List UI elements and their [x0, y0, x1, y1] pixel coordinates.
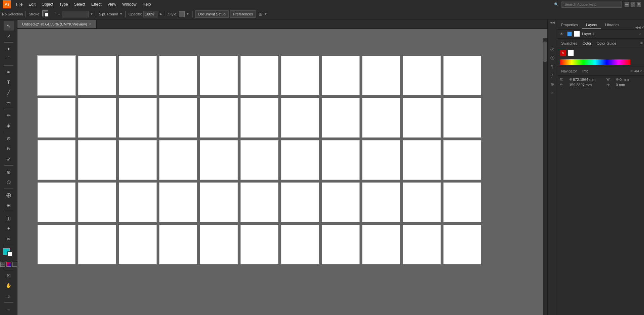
fill-stroke-indicator[interactable] [42, 10, 52, 18]
arrange-icon[interactable]: ⊞ [259, 11, 263, 17]
artboard-cell[interactable] [281, 225, 319, 264]
artboard-cell[interactable] [403, 182, 441, 222]
artboard-tool-button[interactable]: ⊡ [4, 270, 14, 280]
artboard-cell[interactable] [38, 98, 75, 138]
artboard-cell[interactable] [200, 140, 238, 180]
char-style-icon[interactable]: Ⓐ [549, 54, 556, 62]
opacity-input[interactable] [143, 11, 158, 17]
artboard-cell[interactable] [38, 182, 75, 222]
circle-icon[interactable]: ○ [549, 89, 556, 97]
blob-brush-tool-button[interactable]: ◈ [4, 121, 14, 130]
eraser-tool-button[interactable]: ⊘ [4, 134, 14, 143]
type-tool-button[interactable]: T [4, 77, 14, 87]
rect-tool-button[interactable]: ▭ [4, 98, 14, 107]
artboard-cell[interactable] [159, 225, 197, 264]
artboard-cell[interactable] [362, 140, 400, 180]
artboard-cell[interactable] [119, 182, 157, 222]
color-mode-pattern[interactable] [12, 262, 17, 267]
artboard-cell[interactable] [322, 182, 360, 222]
menu-help[interactable]: Help [140, 1, 154, 8]
artboard-cell[interactable] [200, 56, 238, 95]
menu-type[interactable]: Type [57, 1, 71, 8]
error-swatch[interactable]: ✕ [560, 50, 566, 56]
style-expand-icon[interactable]: ▼ [186, 12, 190, 16]
artboard-cell[interactable] [159, 140, 197, 180]
perspective-grid-tool-button[interactable]: ⊞ [4, 200, 14, 210]
artboard-cell[interactable] [200, 225, 238, 264]
artboard-cell[interactable] [240, 182, 278, 222]
panel-collapse-button[interactable]: ◀◀ [635, 25, 641, 29]
artboard-cell[interactable] [119, 56, 157, 95]
symbol-icon[interactable]: ⊕ [549, 81, 556, 88]
artboard-cell[interactable] [119, 225, 157, 264]
tab-color[interactable]: Color [580, 40, 594, 47]
color-mode-none[interactable]: ⊘ [0, 262, 5, 267]
document-tab[interactable]: Untitled-2* @ 64.55 % (CMYK/Preview) ✕ [17, 20, 97, 28]
artboard-cell[interactable] [322, 56, 360, 95]
tab-navigator[interactable]: Navigator [558, 68, 580, 74]
artboard-cell[interactable] [362, 225, 400, 264]
info-close-button[interactable]: ✕ [640, 69, 643, 73]
artboard-cell[interactable] [443, 182, 481, 222]
artboard-cell[interactable] [159, 98, 197, 138]
arrange-expand-icon[interactable]: ▼ [264, 12, 267, 16]
artboard-cell[interactable] [200, 182, 238, 222]
style-indicator[interactable] [179, 11, 185, 17]
stroke-color-box[interactable] [7, 251, 13, 257]
artboard-cell[interactable] [322, 98, 360, 138]
artboard-cell[interactable] [240, 56, 278, 95]
swatches-menu-icon[interactable]: ≡ [640, 41, 643, 46]
opacity-expand-icon[interactable]: ▶ [160, 12, 162, 16]
artboard-cell[interactable] [78, 225, 116, 264]
vertical-scrollbar[interactable] [543, 38, 547, 315]
type-align-icon[interactable]: Ⓐ [549, 46, 556, 53]
tab-info[interactable]: Info [580, 68, 591, 74]
direct-selection-tool-button[interactable]: ↗ [4, 31, 14, 41]
layer-row-1[interactable]: 👁 Layer 1 ○ [557, 30, 644, 38]
lasso-tool-button[interactable]: ⌒ [4, 54, 14, 64]
panel-close-button[interactable]: ✕ [641, 25, 644, 29]
hand-tool-button[interactable]: ✋ [4, 281, 14, 291]
artboard-cell[interactable] [403, 225, 441, 264]
tab-color-guide[interactable]: Color Guide [594, 40, 619, 47]
selection-tool-button[interactable]: ↖ [4, 21, 14, 31]
artboard-cell[interactable] [443, 140, 481, 180]
magic-wand-tool-button[interactable]: ✦ [4, 44, 14, 54]
artboard-cell[interactable] [362, 98, 400, 138]
artboard-cell[interactable] [403, 140, 441, 180]
artboard-cell[interactable] [78, 140, 116, 180]
canvas-scroll[interactable] [17, 29, 547, 315]
artboard-cell[interactable] [159, 56, 197, 95]
search-input[interactable] [561, 1, 622, 8]
paragraph-icon[interactable]: ¶ [549, 63, 556, 70]
tab-swatches[interactable]: Swatches [558, 40, 580, 47]
artboard-cell[interactable] [403, 98, 441, 138]
artboard-cell[interactable] [119, 140, 157, 180]
artboard-cell[interactable] [403, 56, 441, 95]
artboard-cell[interactable] [38, 225, 75, 264]
artboard-cell[interactable] [159, 182, 197, 222]
artboard-cell[interactable] [119, 98, 157, 138]
stroke-size-expand-icon[interactable]: ▼ [119, 12, 123, 16]
artboard-cell[interactable] [281, 98, 319, 138]
panel-collapse-icon[interactable]: ◀◀ [550, 21, 555, 24]
free-transform-tool-button[interactable]: ⬡ [4, 177, 14, 187]
artboard-cell[interactable] [443, 98, 481, 138]
color-spectrum[interactable] [560, 59, 630, 65]
artboard-cell[interactable] [38, 56, 75, 95]
artboard-cell[interactable] [362, 56, 400, 95]
zoom-tool-button[interactable]: ⌕ [4, 291, 14, 301]
scale-tool-button[interactable]: ⤢ [4, 154, 14, 164]
document-setup-button[interactable]: Document Setup [195, 10, 229, 18]
artboard-cell[interactable] [240, 98, 278, 138]
menu-select[interactable]: Select [71, 1, 88, 8]
artboard-cell[interactable] [78, 56, 116, 95]
artboard-cell[interactable] [443, 225, 481, 264]
artboard-cell[interactable] [362, 182, 400, 222]
artboard-cell[interactable] [240, 140, 278, 180]
menu-object[interactable]: Object [39, 1, 56, 8]
artboard-cell[interactable] [281, 56, 319, 95]
menu-edit[interactable]: Edit [26, 1, 38, 8]
stroke-expand-icon[interactable]: ▼ [90, 12, 93, 16]
rotate-tool-button[interactable]: ↻ [4, 144, 14, 154]
